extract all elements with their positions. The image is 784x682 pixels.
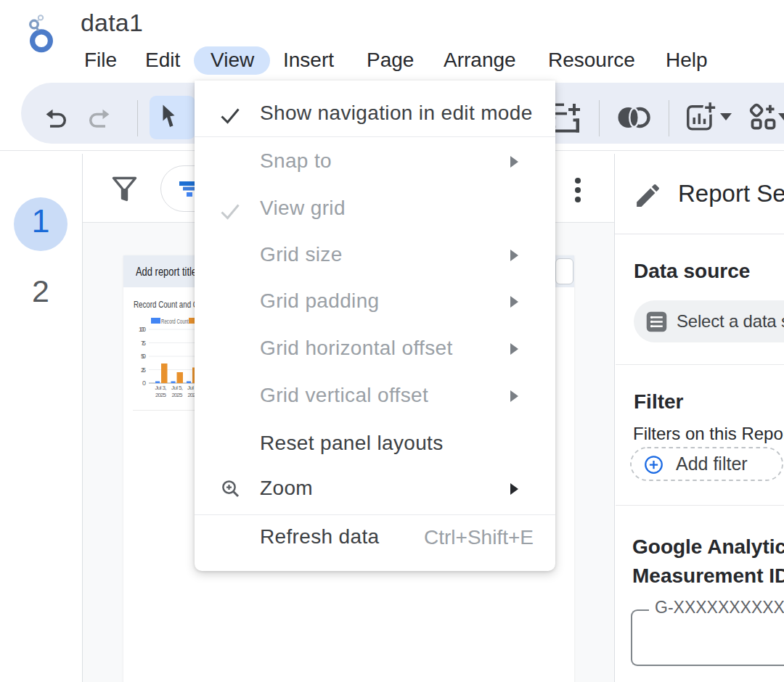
svg-text:2025: 2025 bbox=[172, 392, 184, 398]
svg-text:Jul 5,: Jul 5, bbox=[171, 385, 183, 391]
svg-text:25: 25 bbox=[141, 366, 146, 374]
svg-text:0: 0 bbox=[142, 379, 146, 387]
svg-text:50: 50 bbox=[141, 353, 146, 360]
svg-text:100: 100 bbox=[139, 326, 146, 333]
svg-text:2025: 2025 bbox=[155, 392, 167, 398]
svg-text:75: 75 bbox=[141, 340, 146, 347]
svg-text:Jul 3,: Jul 3, bbox=[155, 385, 167, 391]
